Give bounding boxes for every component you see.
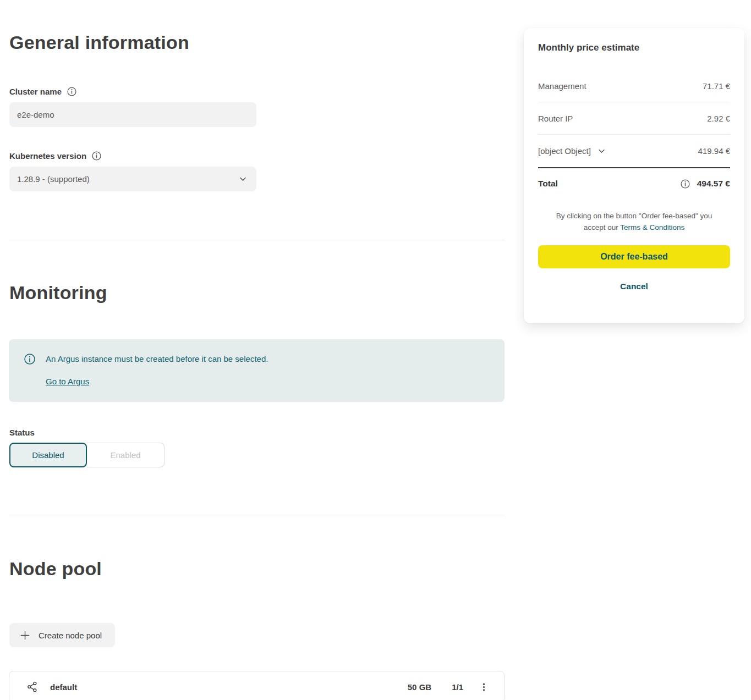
monitoring-heading: Monitoring [9,282,107,304]
cluster-name-input[interactable] [9,102,256,127]
general-information-heading: General information [9,32,189,53]
k8s-version-info-icon[interactable] [92,151,101,161]
status-option-disabled[interactable]: Disabled [9,443,87,467]
price-row-router-ip: Router IP 2.92 € [538,102,730,135]
node-pool-icon [26,681,39,693]
total-info-icon[interactable] [681,179,690,189]
node-pool-storage: 50 GB [408,682,431,692]
price-row-management: Management 71.71 € [538,70,730,102]
order-fee-based-button[interactable]: Order fee-based [538,245,730,268]
create-node-pool-button[interactable]: Create node pool [9,623,115,647]
k8s-version-label-row: Kubernetes version [9,151,101,161]
cluster-name-label: Cluster name [9,87,62,96]
banner-message: An Argus instance must be created before… [46,354,268,365]
create-node-pool-label: Create node pool [39,631,102,640]
node-pool-menu-button[interactable] [476,680,491,694]
node-pool-row[interactable]: default 50 GB 1/1 [9,671,505,700]
info-icon [24,354,35,365]
kebab-icon [479,682,489,692]
price-row-value: 71.71 € [703,81,730,91]
price-estimate-card: Monthly price estimate Management 71.71 … [524,28,744,323]
section-divider [9,515,505,515]
k8s-version-label: Kubernetes version [9,151,86,161]
cluster-create-page: General information Cluster name Kuberne… [0,0,751,700]
price-row-nodepool: [object Object] 419.94 € [538,135,730,167]
argus-info-banner: An Argus instance must be created before… [9,339,505,402]
go-to-argus-link[interactable]: Go to Argus [46,377,89,386]
node-pool-metrics: 50 GB 1/1 [408,682,463,692]
cancel-button[interactable]: Cancel [538,282,730,291]
price-card-title: Monthly price estimate [538,42,730,53]
terms-and-conditions-link[interactable]: Terms & Conditions [620,223,684,232]
status-toggle: Disabled Enabled [9,443,165,467]
k8s-version-selected-value: 1.28.9 - (supported) [17,174,90,184]
status-label: Status [9,428,35,437]
price-rows: Management 71.71 € Router IP 2.92 € [obj… [538,70,730,167]
cluster-name-label-row: Cluster name [9,87,76,96]
total-value: 494.57 € [697,179,730,189]
price-row-label: Router IP [538,114,573,123]
price-row-label: Management [538,81,586,91]
chevron-down-icon[interactable] [597,147,606,155]
order-disclaimer: By clicking on the button "Order fee-bas… [538,210,730,233]
price-row-value: 2.92 € [707,114,730,123]
total-label: Total [538,179,558,189]
total-row: Total 494.57 € [538,168,730,199]
section-divider [9,240,505,240]
node-pool-name: default [50,682,77,692]
node-pool-heading: Node pool [9,558,102,580]
status-option-enabled[interactable]: Enabled [87,443,165,467]
node-pool-availability: 1/1 [452,682,463,692]
plus-icon [20,630,30,641]
chevron-down-icon [239,175,247,183]
k8s-version-select[interactable]: 1.28.9 - (supported) [9,167,256,191]
price-row-label: [object Object] [538,146,591,156]
price-row-value: 419.94 € [698,146,730,156]
cluster-name-info-icon[interactable] [67,87,76,96]
